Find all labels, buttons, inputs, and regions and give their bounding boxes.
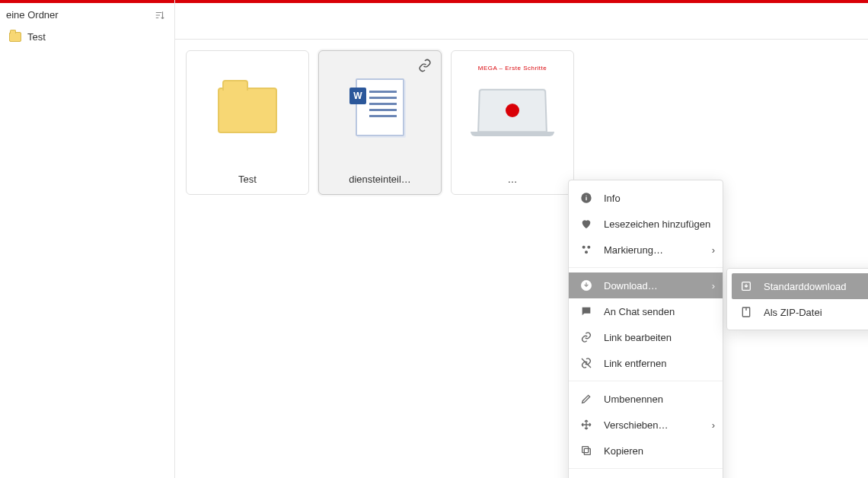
sidebar-section-header: eine Ordner	[0, 3, 174, 27]
ctx-edit-link[interactable]: Link bearbeiten	[569, 324, 723, 350]
ctx-info[interactable]: Info	[569, 185, 723, 211]
ctx-chat[interactable]: An Chat senden	[569, 298, 723, 324]
ctx-label: Markierung…	[604, 244, 663, 256]
tile-grid: Test W diensteinteil… MEGA – Erste Schri…	[186, 50, 857, 195]
heart-icon	[579, 217, 593, 231]
separator	[569, 381, 723, 381]
sidebar-item-label: Test	[27, 31, 46, 43]
topbar	[175, 3, 868, 40]
download-box-icon	[739, 279, 753, 293]
folder-icon	[218, 88, 277, 133]
ctx-label: Download…	[604, 280, 658, 292]
chevron-right-icon: ›	[712, 419, 715, 431]
chevron-right-icon: ›	[712, 280, 715, 292]
tile-document[interactable]: W diensteinteil…	[318, 50, 442, 195]
context-menu: Info Lesezeichen hinzufügen Markierung… …	[568, 180, 723, 478]
ctx-label: Link bearbeiten	[604, 332, 672, 343]
tile-label: …	[452, 174, 573, 185]
sidebar-section-title: eine Ordner	[6, 9, 59, 21]
svg-rect-5	[584, 448, 590, 454]
tag-icon	[579, 243, 593, 257]
tile-label: diensteinteil…	[319, 174, 441, 185]
ctx-remove-link[interactable]: Link entfernen	[569, 350, 723, 376]
ctx-label: Kopieren	[604, 445, 643, 457]
svg-point-2	[587, 246, 590, 249]
tile-folder[interactable]: Test	[186, 50, 309, 195]
folder-icon	[9, 32, 21, 42]
ctx-bookmark[interactable]: Lesezeichen hinzufügen	[569, 211, 723, 237]
link-icon	[579, 330, 593, 344]
content-area: Test W diensteinteil… MEGA – Erste Schri…	[175, 40, 868, 478]
zip-icon	[739, 305, 753, 319]
sidebar-item-test[interactable]: Test	[0, 27, 174, 47]
ctx-label: Lesezeichen hinzufügen	[604, 218, 710, 230]
chevron-right-icon: ›	[712, 244, 715, 256]
ctx-tag[interactable]: Markierung… ›	[569, 237, 723, 263]
ctx-download[interactable]: Download… ›	[569, 272, 723, 298]
unlink-icon	[579, 356, 593, 370]
info-icon	[579, 191, 593, 205]
separator	[569, 267, 723, 268]
ctx-label: Link entfernen	[604, 358, 666, 369]
ctx-label: Info	[604, 193, 621, 204]
laptop-icon	[477, 89, 547, 132]
sub-label: Standarddownload	[764, 281, 846, 292]
pencil-icon	[579, 392, 593, 406]
tile-getting-started[interactable]: MEGA – Erste Schritte …	[451, 50, 574, 195]
chat-icon	[579, 304, 593, 318]
sidebar: eine Ordner Test	[0, 0, 175, 478]
sub-standard-download[interactable]: Standarddownload	[732, 273, 868, 299]
tile-label: Test	[187, 174, 308, 185]
sub-label: Als ZIP-Datei	[764, 307, 822, 318]
tile-caption: MEGA – Erste Schritte	[478, 65, 547, 72]
svg-rect-6	[582, 447, 589, 453]
word-doc-icon: W	[356, 78, 404, 136]
main: Test W diensteinteil… MEGA – Erste Schri…	[175, 0, 868, 478]
svg-point-1	[582, 246, 586, 249]
ctx-remove[interactable]: Entfernen	[569, 473, 723, 478]
download-submenu: Standarddownload Als ZIP-Datei	[726, 268, 868, 330]
link-icon	[418, 59, 432, 72]
ctx-label: Umbenennen	[604, 394, 663, 405]
copy-icon	[579, 444, 593, 457]
move-icon	[579, 418, 593, 432]
ctx-rename[interactable]: Umbenennen	[569, 386, 723, 412]
ctx-move[interactable]: Verschieben… ›	[569, 412, 723, 438]
ctx-label: An Chat senden	[604, 306, 675, 317]
sub-zip-download[interactable]: Als ZIP-Datei	[732, 299, 868, 325]
separator	[569, 468, 723, 469]
download-icon	[579, 279, 593, 292]
ctx-label: Verschieben…	[604, 419, 669, 431]
ctx-copy[interactable]: Kopieren	[569, 438, 723, 464]
svg-point-3	[585, 250, 588, 253]
sort-icon[interactable]	[155, 10, 165, 21]
